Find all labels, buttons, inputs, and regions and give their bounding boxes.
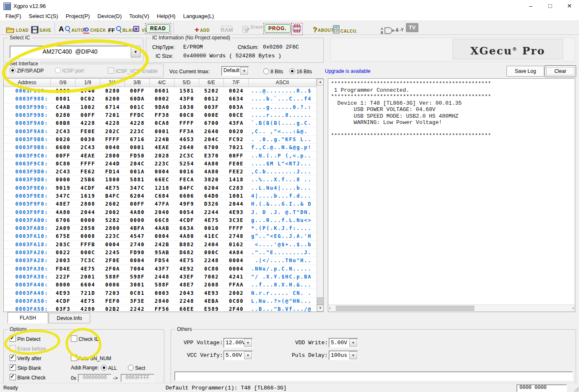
- hex-value-cell[interactable]: 4E75: [174, 258, 199, 263]
- scrollbar-thumb[interactable]: [336, 306, 474, 311]
- hex-value-cell[interactable]: 4A80: [174, 233, 199, 239]
- hex-value-cell[interactable]: FD50: [125, 153, 150, 159]
- hex-value-cell[interactable]: 0000: [51, 177, 75, 183]
- hex-value-cell[interactable]: 204C: [199, 137, 224, 142]
- hex-value-cell[interactable]: 0006: [100, 282, 125, 288]
- hex-value-cell[interactable]: 2404: [199, 242, 224, 248]
- hex-value-cell[interactable]: 00FF: [51, 153, 75, 159]
- hex-value-cell[interactable]: 41EC: [199, 233, 224, 239]
- hex-value-cell[interactable]: 0004: [150, 169, 174, 175]
- hex-value-cell[interactable]: 4547: [125, 233, 150, 239]
- hex-value-cell[interactable]: 2044: [224, 201, 249, 207]
- hex-value-cell[interactable]: 7002: [199, 274, 224, 280]
- auto-sn-checkbox[interactable]: Auto SN_NUM: [71, 355, 111, 361]
- hex-value-cell[interactable]: 2840: [150, 298, 174, 304]
- hex-value-cell[interactable]: 2248: [199, 258, 224, 263]
- hex-value-cell[interactable]: FEF0: [100, 298, 125, 304]
- hex-value-cell[interactable]: 1030: [174, 104, 199, 110]
- minimize-button[interactable]: –: [521, 0, 540, 12]
- menu-select-ic[interactable]: Select IC(S): [25, 13, 62, 19]
- hex-value-cell[interactable]: 2245: [100, 250, 125, 255]
- hex-value-cell[interactable]: 1218: [150, 185, 174, 191]
- hex-value-cell[interactable]: 721D: [75, 290, 100, 296]
- hex-value-cell[interactable]: 4228: [125, 120, 150, 126]
- calcu-button[interactable]: CALCU.: [333, 23, 358, 34]
- hex-value-cell[interactable]: 2002: [100, 209, 125, 215]
- hex-value-cell[interactable]: 2850: [75, 225, 100, 231]
- hex-col-header[interactable]: 2/A: [100, 79, 125, 87]
- hex-value-cell[interactable]: 4E93: [51, 290, 75, 296]
- hex-value-cell[interactable]: 203C: [51, 242, 75, 248]
- blank-check-checkbox[interactable]: Blank Check: [10, 374, 46, 381]
- hex-value-cell[interactable]: 2800: [100, 225, 125, 231]
- hex-value-cell[interactable]: 4CDF: [174, 217, 199, 223]
- hex-value-cell[interactable]: 0004: [125, 258, 150, 263]
- hex-value-cell[interactable]: 49F9: [174, 201, 199, 207]
- hex-value-cell[interactable]: FD90: [125, 250, 150, 255]
- hex-value-cell[interactable]: 6706: [51, 217, 75, 223]
- hex-value-cell[interactable]: 6200: [100, 96, 125, 102]
- hex-value-cell[interactable]: FE0E: [75, 129, 100, 134]
- hex-value-cell[interactable]: 2242: [125, 306, 150, 312]
- hex-value-cell[interactable]: 347C: [51, 193, 75, 199]
- clear-button[interactable]: Clear: [545, 65, 576, 77]
- about-button[interactable]: ? ABOUT: [313, 23, 334, 34]
- hex-value-cell[interactable]: 2C3C: [174, 153, 199, 159]
- hex-value-cell[interactable]: 7021: [224, 144, 249, 150]
- hex-value-cell[interactable]: 2F40: [224, 306, 249, 312]
- hex-value-cell[interactable]: 1800: [100, 177, 125, 183]
- menu-tools[interactable]: Tools(V): [125, 13, 153, 19]
- hex-value-cell[interactable]: 7C3C: [75, 258, 100, 263]
- hex-value-cell[interactable]: 6204: [125, 193, 150, 199]
- hex-value-cell[interactable]: FFFB: [75, 242, 100, 248]
- hex-value-cell[interactable]: 43EF: [174, 274, 199, 280]
- auto-button[interactable]: A AUTO: [59, 23, 84, 34]
- hex-col-header[interactable]: 6/E: [199, 79, 224, 87]
- hex-value-cell[interactable]: 95AB: [150, 250, 174, 255]
- hex-value-cell[interactable]: 0004: [224, 258, 249, 263]
- hex-value-cell[interactable]: C684: [150, 193, 174, 199]
- add-button[interactable]: + ADD: [195, 23, 210, 34]
- log-horizontal-scrollbar[interactable]: ‹ ›: [328, 304, 575, 312]
- hex-value-cell[interactable]: 588F: [100, 274, 125, 280]
- hex-value-cell[interactable]: 4EAE: [150, 144, 174, 150]
- addr-range-sect-radio[interactable]: Sect: [128, 365, 145, 371]
- chevron-down-icon[interactable]: ▼: [349, 339, 357, 347]
- hex-value-cell[interactable]: 000E: [199, 112, 224, 118]
- hex-col-header[interactable]: ASCII: [249, 79, 317, 87]
- hex-value-cell[interactable]: 2040: [150, 209, 174, 215]
- load-button[interactable]: LOAD: [6, 23, 29, 34]
- hex-value-cell[interactable]: 4E75: [100, 185, 125, 191]
- hex-value-cell[interactable]: E370: [199, 153, 224, 159]
- hex-value-cell[interactable]: 4A80: [125, 209, 150, 215]
- hex-value-cell[interactable]: 0020: [224, 129, 249, 134]
- hex-value-cell[interactable]: C283: [224, 185, 249, 191]
- hex-value-cell[interactable]: 43F0: [174, 96, 199, 102]
- hex-value-cell[interactable]: 223C: [150, 161, 174, 167]
- hex-value-cell[interactable]: D326: [199, 201, 224, 207]
- hex-value-cell[interactable]: 0022: [51, 250, 75, 255]
- hex-value-cell[interactable]: 2F0A: [100, 266, 125, 272]
- pin-detect-checkbox[interactable]: Pin Detect: [10, 335, 41, 342]
- hex-value-cell[interactable]: 6700: [199, 144, 224, 150]
- hex-value-cell[interactable]: 7201: [100, 112, 125, 118]
- hex-value-cell[interactable]: 1619: [75, 193, 100, 199]
- hex-value-cell[interactable]: 4CDF: [51, 298, 75, 304]
- hex-value-cell[interactable]: 2244: [199, 209, 224, 215]
- hex-value-cell[interactable]: 43FA: [224, 120, 249, 126]
- hex-value-cell[interactable]: 0000: [51, 282, 75, 288]
- hex-value-cell[interactable]: 4E92: [174, 266, 199, 272]
- maximize-button[interactable]: □: [540, 0, 560, 12]
- hex-value-cell[interactable]: 4E93: [199, 290, 224, 296]
- hex-value-cell[interactable]: 4280: [75, 306, 100, 312]
- hex-value-cell[interactable]: 4CDF: [75, 185, 100, 191]
- hex-value-cell[interactable]: 0030: [75, 137, 100, 142]
- bits8-radio[interactable]: 8 Bits: [263, 68, 283, 75]
- hex-value-cell[interactable]: 0003: [150, 290, 174, 296]
- hex-value-cell[interactable]: 5881: [125, 177, 150, 183]
- hex-value-cell[interactable]: 4EAE: [75, 153, 100, 159]
- verify-after-checkbox[interactable]: Verify after: [10, 355, 42, 361]
- hex-value-cell[interactable]: 6716: [125, 137, 150, 142]
- hex-value-cell[interactable]: 2640: [174, 144, 199, 150]
- chevron-down-icon[interactable]: ▼: [349, 351, 357, 359]
